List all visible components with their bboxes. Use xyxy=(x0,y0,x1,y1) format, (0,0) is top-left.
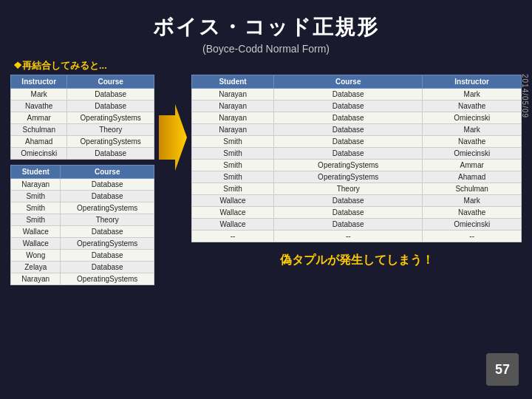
table-row: NavatheDatabase xyxy=(11,100,154,112)
table-row: NarayanDatabaseMark xyxy=(192,89,522,100)
table-row: OmiecinskiDatabase xyxy=(11,148,154,160)
table-row: ------ xyxy=(192,231,522,242)
table-row: NarayanDatabaseMark xyxy=(192,124,522,136)
page-number: 57 xyxy=(486,353,519,386)
table-row: WongDatabase xyxy=(11,250,154,262)
arrow-icon xyxy=(159,104,187,171)
table-row: AmmarOperatingSystems xyxy=(11,112,154,124)
slide: ボイス・コッド正規形 (Boyce-Codd Normal Form) ❖再結合… xyxy=(0,0,532,399)
arrow-area xyxy=(159,75,187,171)
title-en: (Boyce-Codd Normal Form) xyxy=(153,43,379,55)
table-row: NarayanOperatingSystems xyxy=(11,273,154,285)
left-col: Instructor Course MarkDatabaseNavatheDat… xyxy=(10,75,154,285)
table-row: WallaceDatabaseOmiecinski xyxy=(192,219,522,231)
table-row: SmithTheory xyxy=(11,214,154,226)
combined-instructor-header: Instructor xyxy=(423,75,522,89)
instructor-table: Instructor Course MarkDatabaseNavatheDat… xyxy=(10,75,154,160)
fake-tuple-message: 偽タプルが発生してしまう！ xyxy=(191,253,522,268)
panels-row: Instructor Course MarkDatabaseNavatheDat… xyxy=(0,75,532,399)
table-row: SmithOperatingSystems xyxy=(11,202,154,214)
table-row: SmithOperatingSystemsAmmar xyxy=(192,160,522,171)
instructor-col-header: Instructor xyxy=(11,75,67,89)
table-row: SmithTheorySchulman xyxy=(192,183,522,195)
table-row: SmithDatabaseOmiecinski xyxy=(192,148,522,160)
table-row: WallaceDatabase xyxy=(11,226,154,238)
table-row: ZelayaDatabase xyxy=(11,262,154,273)
table-row: SmithOperatingSystemsAhamad xyxy=(192,171,522,183)
student-col-header: Student xyxy=(11,166,61,179)
table-row: MarkDatabase xyxy=(11,89,154,100)
course-col-header: Course xyxy=(67,75,154,89)
course-col-header2: Course xyxy=(61,166,154,179)
title-area: ボイス・コッド正規形 (Boyce-Codd Normal Form) xyxy=(153,13,379,55)
combined-student-header: Student xyxy=(192,75,274,89)
table-row: NarayanDatabaseNavathe xyxy=(192,100,522,112)
table-row: WallaceOperatingSystems xyxy=(11,238,154,250)
table-row: WallaceDatabaseNavathe xyxy=(192,207,522,219)
svg-marker-0 xyxy=(159,104,187,171)
table-row: SmithDatabase xyxy=(11,191,154,202)
table-row: SchulmanTheory xyxy=(11,124,154,136)
reconnect-label: ❖再結合してみると... xyxy=(0,59,532,72)
student-table: Student Course NarayanDatabaseSmithDatab… xyxy=(10,165,154,285)
table-row: WallaceDatabaseMark xyxy=(192,195,522,207)
title-jp: ボイス・コッド正規形 xyxy=(153,13,379,41)
table-row: SmithDatabaseNavathe xyxy=(192,136,522,148)
side-date: 2014/05/09 xyxy=(521,74,529,118)
right-col: Student Course Instructor NarayanDatabas… xyxy=(191,75,522,268)
combined-course-header: Course xyxy=(274,75,423,89)
table-row: AhamadOperatingSystems xyxy=(11,136,154,148)
combined-table: Student Course Instructor NarayanDatabas… xyxy=(191,75,522,242)
table-row: NarayanDatabaseOmiecinski xyxy=(192,112,522,124)
table-row: NarayanDatabase xyxy=(11,179,154,191)
